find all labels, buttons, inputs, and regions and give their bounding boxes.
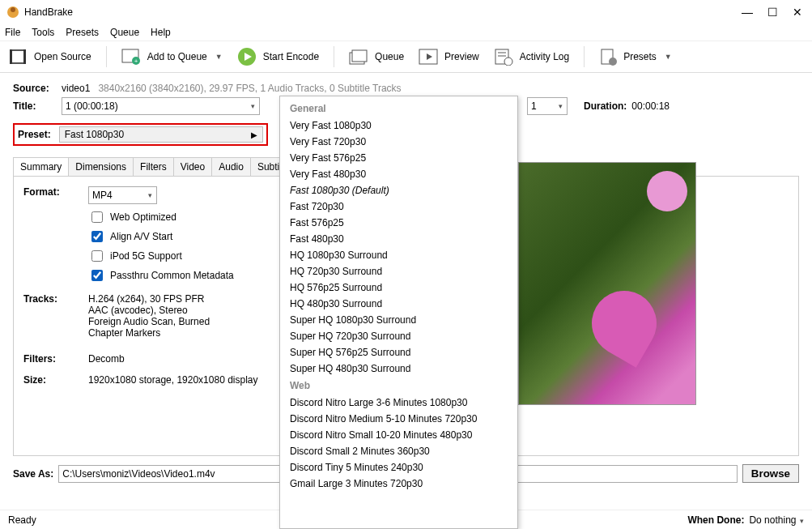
passthru-checkbox[interactable] xyxy=(91,270,103,281)
menu-help[interactable]: Help xyxy=(151,27,171,38)
range-end-select[interactable]: 1 xyxy=(527,97,568,115)
size-value: 1920x1080 storage, 1920x1080 display xyxy=(88,374,258,386)
preset-option[interactable]: Fast 1080p30 (Default) xyxy=(280,182,517,198)
preset-dropdown[interactable]: Fast 1080p30 ▶ xyxy=(59,126,263,143)
source-name: video1 xyxy=(62,83,90,94)
add-to-queue-button[interactable]: + Add to Queue ▼ xyxy=(121,48,223,66)
presets-button[interactable]: Presets ▼ xyxy=(599,48,672,66)
when-done-dropdown[interactable]: Do nothing ▾ xyxy=(749,514,804,526)
chevron-down-icon: ▾ xyxy=(797,517,804,525)
format-select[interactable]: MP4 xyxy=(88,186,157,204)
preset-option[interactable]: Discord Nitro Small 10-20 Minutes 480p30 xyxy=(280,427,517,443)
when-done-label: When Done: xyxy=(687,514,744,526)
preset-option[interactable]: HQ 1080p30 Surround xyxy=(280,247,517,263)
align-av-checkbox[interactable] xyxy=(91,231,103,242)
document-gear-icon xyxy=(599,48,617,66)
svg-point-1 xyxy=(11,7,15,12)
tab-audio[interactable]: Audio xyxy=(211,157,251,176)
preset-value: Fast 1080p30 xyxy=(65,129,124,140)
preset-option[interactable]: Super HQ 1080p30 Surround xyxy=(280,312,517,328)
presets-label: Presets xyxy=(623,51,657,62)
ipod-checkbox[interactable] xyxy=(91,250,103,262)
source-row: Source: video1 3840x2160 (3840x2160), 29… xyxy=(13,83,799,94)
preset-highlighted: Preset: Fast 1080p30 ▶ xyxy=(13,123,268,146)
preset-option[interactable]: Super HQ 480p30 Surround xyxy=(280,360,517,377)
svg-rect-5 xyxy=(23,49,26,64)
menu-tools[interactable]: Tools xyxy=(32,27,54,38)
tab-dimensions[interactable]: Dimensions xyxy=(68,157,134,176)
toolbar-separator xyxy=(106,46,107,67)
when-done-value: Do nothing xyxy=(749,514,796,526)
format-label: Format: xyxy=(23,186,88,204)
start-encode-label: Start Encode xyxy=(263,51,319,62)
list-clock-icon xyxy=(494,48,513,66)
preset-option[interactable]: Discord Tiny 5 Minutes 240p30 xyxy=(280,459,517,476)
preview-button[interactable]: Preview xyxy=(419,48,479,66)
toolbar: Open Source + Add to Queue ▼ Start Encod… xyxy=(0,41,812,73)
filters-value: Decomb xyxy=(88,353,125,365)
preset-option[interactable]: Very Fast 1080p30 xyxy=(280,117,517,134)
tab-filters[interactable]: Filters xyxy=(133,157,174,176)
film-icon xyxy=(8,48,28,66)
preview-thumbnail xyxy=(518,162,696,405)
preset-option[interactable]: Fast 720p30 xyxy=(280,198,517,215)
preset-option[interactable]: Very Fast 720p30 xyxy=(280,134,517,150)
play-icon xyxy=(237,47,257,66)
browse-button[interactable]: Browse xyxy=(742,464,799,483)
preset-option[interactable]: Fast 480p30 xyxy=(280,231,517,247)
passthru-label: Passthru Common Metadata xyxy=(110,270,234,281)
filters-label: Filters: xyxy=(23,353,88,365)
flower-shape xyxy=(580,279,668,367)
start-encode-button[interactable]: Start Encode xyxy=(237,47,319,66)
toolbar-separator xyxy=(584,46,585,67)
tracks-label: Tracks: xyxy=(23,293,88,339)
chevron-down-icon[interactable]: ▼ xyxy=(665,53,672,61)
toolbar-separator xyxy=(334,46,334,67)
window-titlebar: HandBrake — ☐ ✕ xyxy=(0,0,812,24)
picture-plus-icon: + xyxy=(121,48,141,66)
menu-queue[interactable]: Queue xyxy=(110,27,139,38)
tab-video[interactable]: Video xyxy=(173,157,212,176)
preset-label: Preset: xyxy=(18,129,51,140)
web-optimized-label: Web Optimized xyxy=(110,211,176,223)
maximize-button[interactable]: ☐ xyxy=(767,6,778,19)
size-label: Size: xyxy=(23,374,88,386)
svg-text:+: + xyxy=(134,58,138,65)
preset-option[interactable]: Gmail Large 3 Minutes 720p30 xyxy=(280,476,517,492)
web-optimized-checkbox[interactable] xyxy=(91,211,103,223)
preview-label: Preview xyxy=(444,51,479,62)
duration-label: Duration: xyxy=(584,100,627,112)
add-to-queue-label: Add to Queue xyxy=(147,51,207,62)
preset-option[interactable]: Fast 576p25 xyxy=(280,215,517,231)
preset-option[interactable]: Super HQ 576p25 Surround xyxy=(280,344,517,360)
title-select[interactable]: 1 (00:00:18) xyxy=(62,97,260,115)
open-source-button[interactable]: Open Source xyxy=(8,48,91,66)
svg-rect-4 xyxy=(10,49,12,64)
activity-log-button[interactable]: Activity Log xyxy=(494,48,569,66)
preset-option[interactable]: Discord Nitro Medium 5-10 Minutes 720p30 xyxy=(280,411,517,427)
tab-summary[interactable]: Summary xyxy=(13,157,69,176)
preset-option[interactable]: Discord Small 2 Minutes 360p30 xyxy=(280,443,517,459)
source-label: Source: xyxy=(13,83,62,94)
menu-bar: File Tools Presets Queue Help xyxy=(0,24,812,41)
title-label: Title: xyxy=(13,100,62,112)
saveas-label: Save As: xyxy=(13,468,53,480)
menu-file[interactable]: File xyxy=(5,27,20,38)
popup-heading-general: General xyxy=(280,100,517,117)
preset-option[interactable]: HQ 480p30 Surround xyxy=(280,296,517,312)
minimize-button[interactable]: — xyxy=(742,6,753,19)
preset-option[interactable]: HQ 720p30 Surround xyxy=(280,263,517,279)
chevron-down-icon[interactable]: ▼ xyxy=(215,53,223,61)
close-button[interactable]: ✕ xyxy=(793,6,802,19)
preset-option[interactable]: Very Fast 480p30 xyxy=(280,166,517,182)
preview-icon xyxy=(419,48,438,66)
queue-button[interactable]: Queue xyxy=(349,48,404,66)
svg-rect-12 xyxy=(352,50,367,62)
preset-option[interactable]: Super HQ 720p30 Surround xyxy=(280,328,517,344)
activity-log-label: Activity Log xyxy=(520,51,569,62)
menu-presets[interactable]: Presets xyxy=(66,27,99,38)
preset-option[interactable]: HQ 576p25 Surround xyxy=(280,279,517,296)
preset-option[interactable]: Very Fast 576p25 xyxy=(280,150,517,166)
preset-option[interactable]: Discord Nitro Large 3-6 Minutes 1080p30 xyxy=(280,395,517,411)
queue-label: Queue xyxy=(375,51,404,62)
